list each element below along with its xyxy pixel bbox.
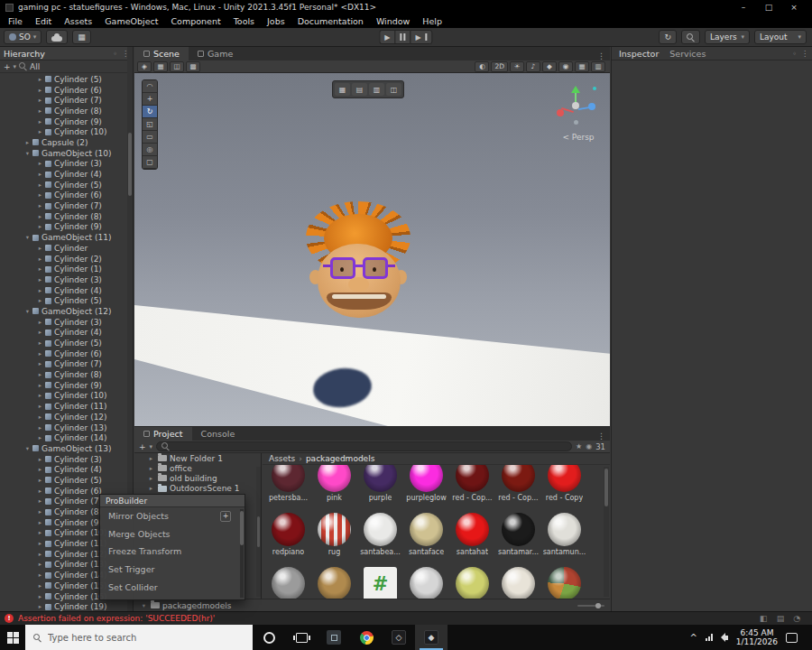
tab-inspector[interactable]: Inspector	[615, 49, 662, 59]
asset-item[interactable]: santaface	[403, 513, 449, 565]
orientation-gizmo[interactable]	[557, 86, 596, 125]
tool-button[interactable]: ◎	[143, 144, 157, 156]
expander-icon[interactable]: ▸	[36, 413, 44, 421]
expander-icon[interactable]: ▸	[36, 529, 44, 536]
hierarchy-item[interactable]: ▸ Cylinder (6)	[0, 190, 133, 201]
pause-button[interactable]	[395, 30, 411, 44]
hierarchy-item[interactable]: ▸ Cylinder (3)	[0, 274, 133, 285]
tab-scene[interactable]: Scene	[134, 47, 189, 60]
hierarchy-item[interactable]: ▸ Cylinder (5)	[0, 475, 133, 486]
hierarchy-item[interactable]: ▸ Cylinder (2)	[0, 254, 133, 265]
snap-tool-button[interactable]: ▤	[352, 83, 367, 96]
hierarchy-item[interactable]: ▸ Cylinder (4)	[0, 328, 133, 339]
status-indicator-icon[interactable]: ◔	[793, 614, 800, 623]
menu-item[interactable]: Component	[164, 14, 226, 28]
expander-icon[interactable]: ▸	[36, 382, 44, 389]
hidden-icons-button[interactable]: ^	[689, 633, 697, 643]
expander-icon[interactable]: ▸	[36, 213, 44, 220]
expander-icon[interactable]: ▸	[36, 297, 44, 304]
snap-tool-button[interactable]: ◫	[386, 83, 401, 96]
tool-button[interactable]: ↻	[143, 106, 157, 118]
asset-item[interactable]: redpiano	[265, 513, 311, 565]
hierarchy-item[interactable]: ▸ Cylinder (10)	[0, 391, 133, 402]
expander-icon[interactable]: ▸	[36, 519, 44, 526]
hierarchy-item[interactable]: ▸ Cylinder (5)	[0, 295, 133, 306]
expander-icon[interactable]: ▸	[36, 508, 44, 515]
expander-icon[interactable]: ▾	[23, 308, 32, 315]
context-menu-item[interactable]: Freeze Transform	[100, 543, 239, 561]
folder-item[interactable]: ▸ old building	[134, 473, 261, 483]
context-menu-item[interactable]: Set Trigger	[100, 561, 239, 579]
hierarchy-item[interactable]: ▸ Cylinder (3)	[0, 317, 133, 328]
expander-icon[interactable]: ▸	[36, 97, 44, 104]
scene-view-option-button[interactable]: 2D	[491, 61, 508, 72]
tool-button[interactable]: ◠	[143, 80, 157, 93]
start-button[interactable]	[0, 625, 25, 650]
asset-item[interactable]: santabea...	[357, 513, 403, 565]
expander-icon[interactable]: ▸	[36, 255, 44, 263]
snap-tool-button[interactable]: ▥	[369, 83, 384, 96]
hierarchy-item[interactable]: ▸ Cylinder (9)	[0, 222, 133, 233]
perspective-label[interactable]: < Persp	[551, 133, 605, 142]
menu-item[interactable]: Documentation	[291, 14, 370, 28]
slider-thumb[interactable]	[595, 603, 601, 608]
expander-icon[interactable]: ▸	[36, 128, 44, 135]
hierarchy-item[interactable]: ▸ Cylinder (6)	[0, 85, 133, 96]
hierarchy-item[interactable]: ▸ Cylinder (13)	[0, 422, 133, 433]
menu-item[interactable]: Assets	[58, 14, 98, 28]
folder-item[interactable]: ▸ New Folder 1	[134, 453, 261, 463]
minimize-button[interactable]: –	[731, 0, 756, 14]
hierarchy-item[interactable]: ▸ Cylinder (5)	[0, 180, 133, 190]
gizmo-center[interactable]	[572, 102, 579, 109]
scene-view-option-button[interactable]: ◐	[475, 61, 489, 72]
step-button[interactable]: ▶	[411, 30, 433, 44]
create-asset-button[interactable]: +	[139, 442, 146, 451]
breadcrumb-root[interactable]: Assets	[269, 454, 295, 463]
expander-icon[interactable]: ▸	[36, 339, 44, 347]
expander-icon[interactable]: ▸	[36, 107, 44, 115]
asset-item[interactable]: santamar...	[495, 513, 541, 565]
expander-icon[interactable]: ▸	[36, 181, 44, 189]
asset-item[interactable]	[541, 567, 587, 599]
expander-icon[interactable]: ▸	[36, 202, 44, 209]
status-indicator-icon[interactable]: ◧	[760, 614, 768, 623]
expander-icon[interactable]: ▸	[36, 403, 44, 410]
hierarchy-item[interactable]: ▸ Cylinder (3)	[0, 454, 133, 465]
hierarchy-item[interactable]: ▾ GameObject (11)	[0, 232, 133, 243]
task-view-button[interactable]	[285, 625, 318, 650]
expander-icon[interactable]: ▸	[36, 477, 44, 484]
search-input[interactable]	[48, 633, 219, 643]
expander-icon[interactable]: ▸	[147, 465, 155, 472]
hierarchy-item[interactable]: ▸ Cylinder (3)	[0, 159, 133, 170]
unity-hub-button[interactable]: ◇	[383, 625, 415, 650]
asset-item[interactable]: red - Copy	[541, 465, 587, 511]
hierarchy-item[interactable]: ▸ Cylinder (5)	[0, 338, 133, 348]
character-model[interactable]	[306, 201, 414, 395]
scene-tool-button[interactable]: ▦	[153, 61, 168, 72]
expander-icon[interactable]: ▸	[36, 276, 44, 283]
hierarchy-item[interactable]: ▾ GameObject (13)	[0, 443, 133, 454]
taskbar-search[interactable]	[25, 625, 253, 650]
hierarchy-item[interactable]: ▸ Cylinder (19)	[0, 601, 133, 611]
hierarchy-item[interactable]: ▸ Cylinder (4)	[0, 464, 133, 475]
asset-item[interactable]: santahat	[449, 513, 495, 565]
asset-item[interactable]: pink	[311, 465, 357, 511]
hierarchy-item[interactable]: ▾ GameObject (12)	[0, 306, 133, 317]
action-center-icon[interactable]	[786, 633, 798, 643]
expander-icon[interactable]: ▾	[23, 445, 32, 452]
asset-item[interactable]	[449, 567, 495, 599]
expander-icon[interactable]: ▸	[147, 475, 155, 482]
scene-view-option-button[interactable]: ♪	[526, 61, 540, 72]
cortana-button[interactable]	[253, 625, 285, 650]
expander-icon[interactable]: ▸	[36, 171, 44, 178]
expander-icon[interactable]: ▸	[36, 76, 44, 83]
thumbnail-size-slider[interactable]	[577, 605, 604, 607]
scene-tool-button[interactable]: ◈	[137, 61, 152, 72]
chrome-button[interactable]	[350, 625, 383, 650]
close-button[interactable]: ×	[781, 0, 807, 14]
slider-track[interactable]	[577, 605, 604, 607]
visibility-toggle-icon[interactable]: ◉	[586, 442, 592, 450]
expander-icon[interactable]: ▸	[36, 603, 44, 610]
hierarchy-item[interactable]: ▸ Cylinder (11)	[0, 401, 133, 412]
hierarchy-item[interactable]: ▾ GameObject (10)	[0, 148, 133, 159]
